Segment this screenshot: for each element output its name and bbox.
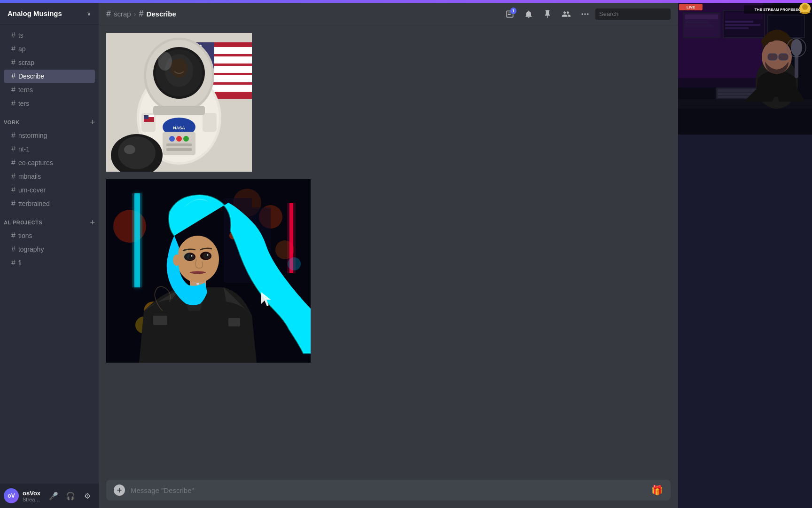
hash-icon: # [11,145,16,153]
message-input[interactable]: Message "Describe" [131,486,646,494]
sidebar-item-utterbrained[interactable]: # tterbrained [4,197,95,210]
svg-point-41 [183,136,189,142]
main-content: # scrap › # Describe 1 [99,3,678,508]
thread-count-badge: 1 [510,8,516,15]
svg-rect-67 [153,316,167,325]
hash-icon: # [11,72,16,80]
members-icon[interactable] [558,6,575,23]
message-input-bar: + Message "Describe" 🎁 [106,480,671,500]
channel-name: eo-captures [18,159,53,167]
mic-icon[interactable]: 🎤 [46,488,61,503]
sidebar-item-scrap[interactable]: # scrap [4,56,95,69]
channel-list: # ts # ap # scrap # Describe # terns # t… [0,24,99,484]
hash-icon: # [11,231,16,240]
more-icon[interactable] [577,6,593,23]
sidebar-item-describe[interactable]: # Describe [4,70,95,83]
channel-name: tions [18,232,32,239]
add-channel-icon[interactable]: + [90,118,95,127]
add-channel-icon[interactable]: + [90,218,95,227]
svg-rect-27 [144,115,148,119]
svg-rect-68 [228,318,240,326]
hash-icon: # [11,58,16,67]
section-projects[interactable]: AL PROJECTS + [0,211,99,229]
username: osVox [23,490,42,497]
right-panel: THE STREAM PROFESSOR LIVE [678,3,812,508]
sidebar: Analog Musings ∨ # ts # ap # scrap # Des… [0,3,99,508]
svg-rect-43 [166,148,192,151]
hash-icon: # [11,199,16,208]
hash-icon: # [11,131,16,140]
channel-name: ters [18,100,29,107]
svg-point-118 [791,39,802,56]
svg-rect-96 [725,27,749,29]
breadcrumb-current-hash: # [139,9,143,19]
svg-point-40 [176,136,182,142]
hash-icon: # [11,31,16,40]
sidebar-item-fi[interactable]: # fi [4,256,95,270]
message-input-area: + Message "Describe" 🎁 [99,480,678,508]
sidebar-item-ts[interactable]: # ts [4,29,95,42]
breadcrumb: # scrap › # Describe [106,9,498,19]
hash-icon: # [11,86,16,94]
svg-rect-42 [166,143,192,146]
cyberpunk-image[interactable] [106,179,506,365]
user-panel: oV osVox Stream P... 🎤 🎧 ⚙ [0,484,99,508]
avatar: oV [4,488,19,503]
hash-icon: # [11,159,16,167]
bell-icon[interactable] [520,6,537,23]
settings-icon[interactable]: ⚙ [80,488,95,503]
svg-rect-54 [132,193,142,287]
channel-name: ap [18,45,26,53]
hash-icon: # [11,245,16,254]
sidebar-item-album-cover[interactable]: # um-cover [4,183,95,197]
threads-icon[interactable]: 1 [501,6,518,23]
section-vork[interactable]: VORK + [0,111,99,128]
sidebar-item-video-captures[interactable]: # eo-captures [4,156,95,169]
svg-point-71 [177,236,219,283]
svg-rect-88 [685,15,718,19]
search-placeholder: Search [599,10,618,17]
header-icons: 1 [501,6,671,23]
svg-point-79 [207,254,209,256]
svg-point-2 [587,13,588,15]
sidebar-item-options[interactable]: # tions [4,229,95,242]
svg-point-35 [171,59,187,78]
channel-name: tography [18,246,44,253]
svg-point-126 [802,4,808,10]
svg-rect-23 [203,113,217,132]
breadcrumb-current: Describe [146,10,176,18]
headphones-icon[interactable]: 🎧 [63,488,78,503]
sidebar-item-ters[interactable]: # ters [4,97,95,110]
sidebar-item-photography[interactable]: # tography [4,243,95,256]
svg-rect-37 [153,106,205,115]
hash-icon: # [11,45,16,53]
sidebar-item-terns[interactable]: # terns [4,83,95,96]
gift-icon[interactable]: 🎁 [651,484,663,496]
user-controls: 🎤 🎧 ⚙ [46,488,95,503]
sidebar-item-brainstorming[interactable]: # nstorming [4,129,95,142]
channel-name: nstorming [18,132,47,139]
user-status: Stream P... [23,497,42,502]
sidebar-item-ap[interactable]: # ap [4,42,95,56]
sidebar-item-nt1[interactable]: # nt-1 [4,143,95,156]
svg-text:NASA: NASA [173,126,185,130]
search-bar[interactable]: Search [595,8,671,20]
user-info: osVox Stream P... [23,490,42,502]
astronaut-image[interactable]: NASA [106,33,506,174]
svg-point-78 [204,254,209,258]
sidebar-item-thumbnails[interactable]: # mbnails [4,170,95,183]
breadcrumb-parent[interactable]: scrap [114,10,131,18]
add-attachment-button[interactable]: + [114,484,125,496]
svg-point-81 [182,249,190,260]
messages-column: NASA [106,33,506,480]
pin-icon[interactable] [539,6,556,23]
svg-text:LIVE: LIVE [687,5,695,9]
channel-name: tterbrained [18,200,50,207]
server-header[interactable]: Analog Musings ∨ [0,3,99,24]
channel-name: scrap [18,59,34,66]
svg-point-120 [762,40,792,74]
svg-rect-89 [685,21,709,24]
channel-header: # scrap › # Describe 1 [99,3,678,25]
svg-rect-90 [685,25,713,27]
breadcrumb-hash-icon: # [106,9,111,19]
